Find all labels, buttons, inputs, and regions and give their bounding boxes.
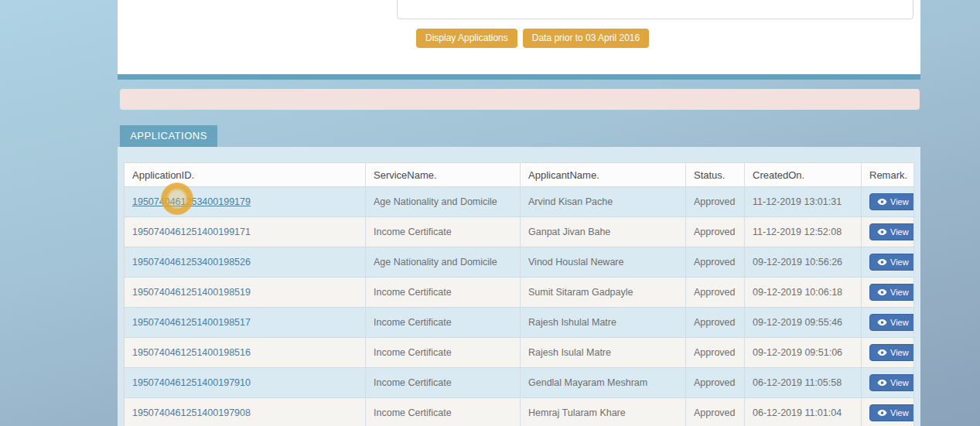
created-on-cell: 06-12-2019 11:01:04 [745,398,862,426]
column-header-application-id: ApplicationID. [125,163,366,187]
created-on-cell: 09-12-2019 10:06:18 [745,278,862,308]
service-name-cell: Income Certificate [366,368,521,398]
tab-applications[interactable]: APPLICATIONS [120,125,217,147]
application-id-cell: 1950740461251400198516 [125,338,366,368]
created-on-cell: 09-12-2019 09:55:46 [745,308,862,338]
application-id-cell: 1950740461253400199179 [125,187,366,217]
application-id-link[interactable]: 1950740461251400197910 [132,377,251,388]
view-button-label: View [890,348,909,357]
service-name-cell: Age Nationality and Domicile [366,187,521,217]
view-button-label: View [890,318,909,327]
application-id-cell: 1950740461253400198526 [125,247,366,278]
alert-bar [120,89,920,110]
view-button[interactable]: View [869,193,914,210]
applicant-name-cell: Hemraj Tularam Khare [521,398,686,426]
applicant-name-cell: Rajesh Ishulal Matre [521,308,686,338]
applicant-name-cell: Gendlal Mayaram Meshram [521,368,686,398]
table-row: 1950740461253400199179Age Nationality an… [125,187,914,217]
service-name-cell: Income Certificate [366,217,521,247]
eye-icon [877,288,887,296]
column-header-status: Status. [686,163,745,187]
form-panel [397,0,913,19]
status-cell: Approved [686,338,745,368]
service-name-cell: Income Certificate [366,398,521,426]
application-id-cell: 1950740461251400198519 [125,278,366,308]
eye-icon [877,198,887,206]
status-cell: Approved [686,187,745,217]
table-row: 1950740461251400198516Income Certificate… [125,338,914,368]
view-button[interactable]: View [869,314,914,331]
created-on-cell: 09-12-2019 10:56:26 [745,247,862,278]
eye-icon [877,228,887,236]
application-id-link[interactable]: 1950740461253400199179 [132,196,251,207]
eye-icon [877,258,887,266]
application-id-link[interactable]: 1950740461251400198519 [132,287,251,298]
display-applications-button[interactable]: Display Applications [416,29,517,48]
remark-cell: View [862,187,914,217]
application-id-link[interactable]: 1950740461251400198516 [132,347,251,358]
table-row: 1950740461251400198519Income Certificate… [125,278,914,308]
application-id-link[interactable]: 1950740461251400197908 [132,407,251,418]
status-cell: Approved [686,308,745,338]
status-cell: Approved [686,247,745,278]
applications-table: ApplicationID. ServiceName. ApplicantNam… [124,162,914,426]
table-header-row: ApplicationID. ServiceName. ApplicantNam… [125,163,914,187]
remark-cell: View [862,368,914,398]
application-id-link[interactable]: 1950740461251400198517 [132,317,251,328]
applications-table-body: 1950740461253400199179Age Nationality an… [125,187,914,426]
view-button[interactable]: View [869,284,914,301]
application-id-link[interactable]: 1950740461253400198526 [132,257,251,268]
applicant-name-cell: Arvind Kisan Pache [521,187,686,217]
remark-cell: View [862,278,914,308]
application-id-cell: 1950740461251400199171 [125,217,366,247]
status-cell: Approved [686,217,745,247]
eye-icon [877,379,887,387]
view-button-label: View [890,408,909,417]
view-button[interactable]: View [869,374,914,391]
remark-cell: View [862,398,914,426]
service-name-cell: Income Certificate [366,308,521,338]
table-row: 1950740461251400197908Income Certificate… [125,398,914,426]
service-name-cell: Income Certificate [366,278,521,308]
table-row: 1950740461251400198517Income Certificate… [125,308,914,338]
view-button-label: View [890,197,909,206]
created-on-cell: 11-12-2019 13:01:31 [745,187,862,217]
view-button-label: View [890,378,909,387]
application-id-cell: 1950740461251400198517 [125,308,366,338]
application-id-link[interactable]: 1950740461251400199171 [132,227,251,237]
created-on-cell: 09-12-2019 09:51:06 [745,338,862,368]
application-id-cell: 1950740461251400197910 [125,368,366,398]
created-on-cell: 06-12-2019 11:05:58 [745,368,862,398]
status-cell: Approved [686,368,745,398]
service-name-cell: Income Certificate [366,338,521,368]
table-row: 1950740461253400198526Age Nationality an… [125,247,914,278]
applicant-name-cell: Sumit Sitaram Gadpayle [521,278,686,308]
remark-cell: View [862,338,914,368]
view-button[interactable]: View [869,254,914,271]
view-button[interactable]: View [869,404,914,421]
applicant-name-cell: Vinod Houslal Neware [521,247,686,278]
column-header-service-name: ServiceName. [366,163,521,187]
data-prior-button[interactable]: Data prior to 03 April 2016 [523,29,649,48]
created-on-cell: 11-12-2019 12:52:08 [745,217,862,247]
eye-icon [877,319,887,326]
view-button[interactable]: View [869,223,914,240]
applicant-name-cell: Ganpat Jivan Bahe [521,217,686,247]
status-cell: Approved [686,398,745,426]
applicant-name-cell: Rajesh Isulal Matre [521,338,686,368]
action-buttons-row: Display Applications Data prior to 03 Ap… [416,29,649,48]
page: Display Applications Data prior to 03 Ap… [0,0,980,426]
remark-cell: View [862,308,914,338]
service-name-cell: Age Nationality and Domicile [366,247,521,278]
column-header-created-on: CreatedOn. [745,163,862,187]
view-button-label: View [890,257,909,267]
column-header-remark: Remark. [862,163,914,187]
remark-cell: View [862,247,914,278]
divider-bar [118,74,920,80]
column-header-applicant-name: ApplicantName. [521,163,686,187]
table-row: 1950740461251400197910Income Certificate… [125,368,914,398]
view-button-label: View [890,288,909,297]
application-id-cell: 1950740461251400197908 [125,398,366,426]
eye-icon [877,349,887,356]
view-button[interactable]: View [869,344,914,361]
